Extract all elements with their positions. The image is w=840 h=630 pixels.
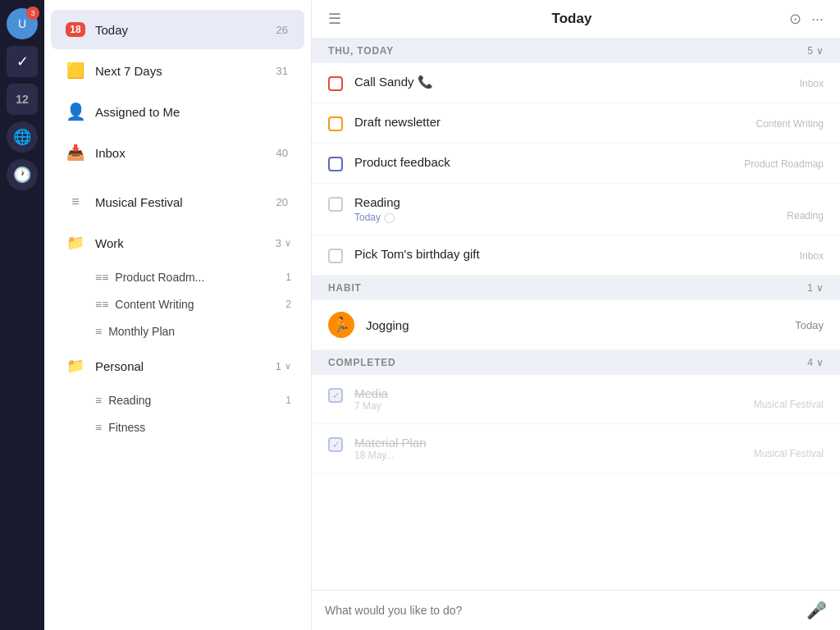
task-content-pick-birthday: Pick Tom's birthday gift <box>354 247 792 262</box>
task-list: THU, TODAY 5 ∨ Call Sandy 📞 Inbox Draft … <box>312 39 840 590</box>
menu-icon[interactable]: ☰ <box>328 10 341 28</box>
user-avatar[interactable]: U 3 <box>7 8 38 39</box>
sidebar-label-work: Work <box>95 236 276 250</box>
task-title-media: Media <box>354 386 746 400</box>
task-subtitle-material-plan: 18 May... <box>354 450 746 461</box>
task-content-product-feedback: Product feedback <box>354 155 736 170</box>
task-content-call-sandy: Call Sandy 📞 <box>354 75 792 89</box>
task-checkbox-reading[interactable] <box>328 197 343 212</box>
task-material-plan[interactable]: Material Plan 18 May... Musical Festival <box>312 424 840 473</box>
task-checkbox-media[interactable] <box>328 388 343 403</box>
task-content-media: Media 7 May <box>354 386 746 412</box>
inbox-icon: 📥 <box>64 141 87 164</box>
monthly-plan-icon: ≡ <box>95 325 102 338</box>
task-checkbox-draft-newsletter[interactable] <box>328 116 343 131</box>
main-content: ☰ Today ⊙ ··· THU, TODAY 5 ∨ Call Sandy … <box>312 0 840 630</box>
sidebar-child-product-roadmap[interactable]: ≡≡ Product Roadm... 1 <box>51 264 304 290</box>
task-meta-media: Musical Festival <box>746 399 824 410</box>
task-checkbox-material-plan[interactable] <box>328 437 343 452</box>
task-reading[interactable]: Reading Today ◯ Reading <box>312 184 840 235</box>
section-title-completed: COMPLETED <box>328 357 396 368</box>
section-title-habit: HABIT <box>328 282 362 294</box>
sidebar-label-musical-festival: Musical Festival <box>95 195 276 209</box>
sidebar-item-personal[interactable]: 📁 Personal 1 ∨ <box>51 346 304 386</box>
section-chevron[interactable]: ∨ <box>816 45 824 57</box>
task-subtitle-reading: Today ◯ <box>354 212 778 223</box>
assigned-icon: 👤 <box>64 100 87 123</box>
section-count-thu-today: 5 ∨ <box>807 45 824 57</box>
personal-chevron: ∨ <box>285 361 291 372</box>
header-actions: ⊙ ··· <box>789 10 824 28</box>
page-title: Today <box>354 11 789 27</box>
sidebar-count-content-writing: 2 <box>285 299 291 310</box>
work-folder-icon: 📁 <box>64 231 87 254</box>
sidebar-label-today: Today <box>95 23 276 37</box>
sidebar-label-monthly-plan: Monthly Plan <box>108 325 291 338</box>
sidebar-label-inbox: Inbox <box>95 146 276 160</box>
task-meta-draft-newsletter: Content Writing <box>748 118 824 130</box>
habit-chevron[interactable]: ∨ <box>816 282 824 294</box>
habit-title-jogging: Jogging <box>366 318 795 332</box>
task-checkbox-pick-birthday[interactable] <box>328 249 343 263</box>
section-completed: COMPLETED 4 ∨ <box>312 350 840 375</box>
sidebar-child-content-writing[interactable]: ≡≡ Content Writing 2 <box>51 291 304 317</box>
task-meta-product-feedback: Product Roadmap <box>736 158 824 170</box>
num-badge[interactable]: 12 <box>7 84 38 115</box>
sidebar-child-monthly-plan[interactable]: ≡ Monthly Plan <box>51 318 304 345</box>
task-title-product-feedback: Product feedback <box>354 155 450 169</box>
icon-rail: U 3 ✓ 12 🌐 🕐 <box>0 0 44 630</box>
task-content-reading: Reading Today ◯ <box>354 195 778 223</box>
sidebar-child-reading[interactable]: ≡ Reading 1 <box>51 387 304 413</box>
sidebar-child-fitness[interactable]: ≡ Fitness <box>51 414 304 441</box>
task-meta-material-plan: Musical Festival <box>746 448 824 459</box>
task-title-call-sandy: Call Sandy 📞 <box>354 75 433 89</box>
settings-icon[interactable]: ⊙ <box>789 10 801 28</box>
sidebar-label-reading: Reading <box>108 394 285 407</box>
task-call-sandy[interactable]: Call Sandy 📞 Inbox <box>312 63 840 103</box>
sidebar-item-inbox[interactable]: 📥 Inbox 40 <box>51 133 304 172</box>
add-task-bar: 🎤 <box>312 590 840 630</box>
task-title-pick-birthday: Pick Tom's birthday gift <box>354 247 480 261</box>
microphone-icon[interactable]: 🎤 <box>806 600 827 620</box>
section-count-completed: 4 ∨ <box>807 357 824 368</box>
completed-chevron[interactable]: ∨ <box>816 357 824 368</box>
check-icon[interactable]: ✓ <box>7 46 38 77</box>
task-meta-pick-birthday: Inbox <box>792 250 824 262</box>
habit-jogging[interactable]: 🏃 Jogging Today <box>312 300 840 350</box>
task-checkbox-product-feedback[interactable] <box>328 157 343 171</box>
reading-circle-icon: ◯ <box>384 212 395 223</box>
more-options-icon[interactable]: ··· <box>811 11 824 28</box>
task-title-reading: Reading <box>354 195 778 209</box>
sidebar-item-today[interactable]: 18 Today 26 <box>51 10 304 49</box>
globe-icon[interactable]: 🌐 <box>7 121 38 153</box>
musical-festival-icon: ≡ <box>64 190 87 213</box>
today-icon: 18 <box>64 18 87 41</box>
task-pick-birthday[interactable]: Pick Tom's birthday gift Inbox <box>312 235 840 276</box>
habit-date-jogging: Today <box>795 319 824 331</box>
task-content-draft-newsletter: Draft newsletter <box>354 115 748 130</box>
add-task-input[interactable] <box>325 604 806 617</box>
jogging-icon: 🏃 <box>328 312 354 338</box>
sidebar-count-next7days: 31 <box>276 65 288 77</box>
sidebar-label-content-writing: Content Writing <box>115 298 285 311</box>
sidebar-item-musical-festival[interactable]: ≡ Musical Festival 20 <box>51 182 304 221</box>
task-media[interactable]: Media 7 May Musical Festival <box>312 375 840 424</box>
sidebar-item-next7days[interactable]: 🟨 Next 7 Days 31 <box>51 51 304 90</box>
task-title-material-plan: Material Plan <box>354 436 746 450</box>
sidebar-count-personal: 1 <box>276 360 281 372</box>
sidebar-count-today: 26 <box>276 24 288 36</box>
task-product-feedback[interactable]: Product feedback Product Roadmap <box>312 144 840 184</box>
next7days-icon: 🟨 <box>64 59 87 82</box>
sidebar: 18 Today 26 🟨 Next 7 Days 31 👤 Assigned … <box>44 0 312 630</box>
task-content-material-plan: Material Plan 18 May... <box>354 436 746 461</box>
clock-icon[interactable]: 🕐 <box>7 159 38 190</box>
task-checkbox-call-sandy[interactable] <box>328 76 343 91</box>
avatar-badge: 3 <box>26 7 39 20</box>
sidebar-count-inbox: 40 <box>276 147 288 159</box>
work-chevron: ∨ <box>285 238 291 249</box>
sidebar-item-work[interactable]: 📁 Work 3 ∨ <box>51 223 304 262</box>
main-header: ☰ Today ⊙ ··· <box>312 0 840 39</box>
sidebar-item-assigned[interactable]: 👤 Assigned to Me <box>51 92 304 131</box>
sidebar-label-product-roadmap: Product Roadm... <box>115 271 285 284</box>
task-draft-newsletter[interactable]: Draft newsletter Content Writing <box>312 103 840 144</box>
